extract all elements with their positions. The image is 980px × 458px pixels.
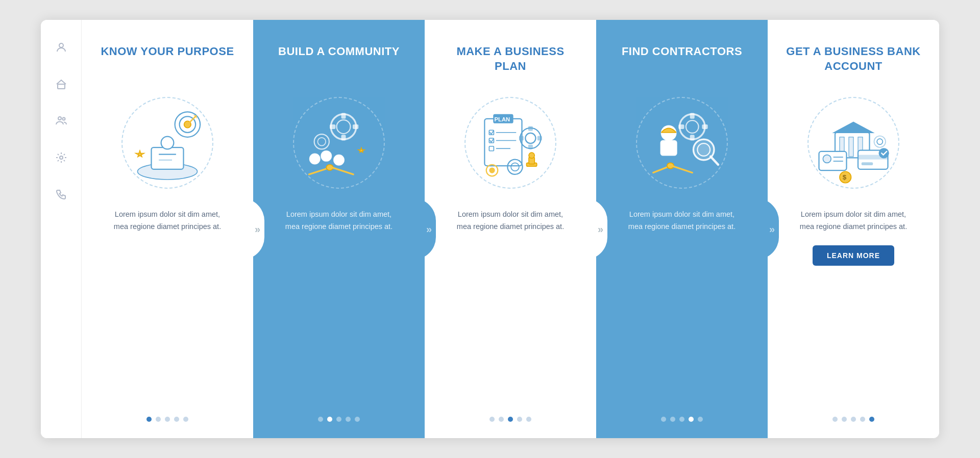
dot-5[interactable]: [698, 417, 703, 422]
card-2-dots: [318, 417, 360, 422]
card-4-title: FIND CONTRACTORS: [622, 44, 742, 77]
dot-3[interactable]: [508, 417, 513, 422]
card-5-dots: [832, 417, 874, 422]
dot-3[interactable]: [851, 417, 856, 422]
dot-5[interactable]: [355, 417, 360, 422]
phone-icon[interactable]: [52, 185, 70, 203]
card-2-title: BUILD A COMMUNITY: [278, 44, 400, 77]
card-4-text: Lorem ipsum dolor sit dim amet, mea regi…: [626, 209, 738, 233]
card-3-text: Lorem ipsum dolor sit dim amet, mea regi…: [454, 209, 567, 233]
svg-point-2: [58, 117, 61, 120]
chevron-1: »: [255, 223, 260, 235]
dot-4[interactable]: [517, 417, 522, 422]
card-business-plan: MAKE A BUSINESS PLAN PLAN: [425, 20, 596, 438]
learn-more-button[interactable]: LEARN MORE: [813, 245, 894, 266]
card-find-contractors: FIND CONTRACTORS: [596, 20, 768, 438]
card-build-community: BUILD A COMMUNITY: [253, 20, 425, 438]
svg-point-4: [60, 156, 63, 159]
card-3-illustration: PLAN: [457, 89, 564, 196]
chevron-2: »: [426, 223, 432, 235]
home-icon[interactable]: [52, 75, 70, 93]
dot-4[interactable]: [860, 417, 865, 422]
chevron-4: »: [769, 223, 775, 235]
dot-1[interactable]: [832, 417, 838, 422]
dot-4[interactable]: [689, 417, 694, 422]
card-bank-account: GET A BUSINESS BANK ACCOUNT: [768, 20, 939, 438]
dot-2[interactable]: [670, 417, 675, 422]
dot-2[interactable]: [156, 417, 161, 422]
card-5-title: GET A BUSINESS BANK ACCOUNT: [784, 44, 923, 77]
card-4-illustration: [628, 89, 736, 196]
chevron-3: »: [598, 223, 603, 235]
dot-4[interactable]: [174, 417, 179, 422]
dot-1[interactable]: [318, 417, 323, 422]
dot-1[interactable]: [661, 417, 666, 422]
dot-4[interactable]: [346, 417, 351, 422]
card-1-illustration: [114, 89, 221, 196]
svg-rect-1: [58, 84, 65, 89]
svg-point-0: [59, 43, 63, 47]
dot-3[interactable]: [679, 417, 684, 422]
dot-5[interactable]: [526, 417, 531, 422]
dot-2[interactable]: [842, 417, 847, 422]
card-2-text: Lorem ipsum dolor sit dim amet, mea regi…: [283, 209, 395, 233]
card-know-your-purpose: KNOW YOUR PURPOSE Lorem ipsum do: [82, 20, 253, 438]
dot-1[interactable]: [146, 417, 152, 422]
card-3-dots: [489, 417, 531, 422]
dot-1[interactable]: [489, 417, 495, 422]
card-4-dots: [661, 417, 703, 422]
card-2-illustration: [285, 89, 393, 196]
card-3-title: MAKE A BUSINESS PLAN: [441, 44, 580, 77]
user-icon[interactable]: [52, 38, 70, 57]
card-1-dots: [146, 417, 188, 422]
dot-3[interactable]: [165, 417, 170, 422]
card-1-text: Lorem ipsum dolor sit dim amet, mea regi…: [111, 209, 224, 233]
dot-2[interactable]: [327, 417, 332, 422]
card-5-text: Lorem ipsum dolor sit dim amet, mea regi…: [797, 209, 910, 233]
dot-3[interactable]: [336, 417, 341, 422]
gear-icon[interactable]: [52, 148, 70, 167]
card-1-title: KNOW YOUR PURPOSE: [101, 44, 234, 77]
dot-2[interactable]: [499, 417, 504, 422]
cards-container: KNOW YOUR PURPOSE Lorem ipsum do: [82, 20, 939, 438]
dot-5[interactable]: [183, 417, 188, 422]
sidebar: [41, 20, 82, 438]
dot-5[interactable]: [869, 417, 874, 422]
svg-point-3: [62, 118, 65, 120]
main-container: KNOW YOUR PURPOSE Lorem ipsum do: [41, 20, 939, 438]
card-5-illustration: $: [800, 89, 907, 196]
people-icon[interactable]: [52, 112, 70, 130]
